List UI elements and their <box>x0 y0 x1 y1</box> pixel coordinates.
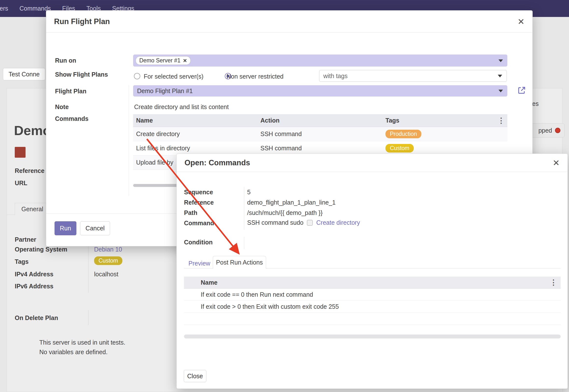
post-run-actions-table: Name ⋮ If exit code == 0 then Run next c… <box>184 277 561 325</box>
commands-modal-header: Open: Commands ✕ <box>177 154 568 172</box>
reference-label: Reference <box>15 167 44 174</box>
ipv4-label: IPv4 Address <box>15 271 53 278</box>
tab-general[interactable]: General <box>15 203 50 215</box>
close-icon[interactable]: ✕ <box>553 158 560 168</box>
command-link[interactable]: Create directory <box>316 219 360 226</box>
radio-selected-servers[interactable] <box>134 73 140 79</box>
horizontal-scrollbar[interactable] <box>184 335 561 338</box>
nav-item-servers[interactable]: vers <box>0 5 8 12</box>
tab-post-run-actions[interactable]: Post Run Actions <box>213 256 266 269</box>
run-on-label: Run on <box>55 57 76 64</box>
row-name: Create directory <box>133 130 260 138</box>
close-button[interactable]: Close <box>184 370 206 382</box>
note-value: Create directory and list its content <box>134 103 229 111</box>
tag-badge-custom: Custom <box>94 256 122 265</box>
condition-label: Condition <box>184 239 213 246</box>
on-delete-plan-label: On Delete Plan <box>15 314 58 322</box>
label-field-divider <box>129 85 129 196</box>
open-commands-modal: Open: Commands ✕ Sequence 5 Reference de… <box>176 154 568 389</box>
path-label: Path <box>184 209 197 216</box>
header-action: Action <box>260 117 385 124</box>
cancel-button[interactable]: Cancel <box>80 221 110 235</box>
reference-label: Reference <box>184 199 214 206</box>
run-button[interactable]: Run <box>55 221 76 235</box>
flight-plan-value: Demo Flight Plan #1 <box>133 87 193 95</box>
server-chip: Demo Server #1 ✕ <box>136 56 191 65</box>
kebab-menu-icon[interactable]: ⋮ <box>498 117 505 124</box>
os-value-link[interactable]: Debian 10 <box>94 246 122 253</box>
with-tags-select[interactable]: with tags <box>319 70 507 82</box>
chevron-down-icon[interactable] <box>498 59 503 62</box>
command-value: SSH command sudo <box>247 219 303 226</box>
radio-non-server-restricted-label: Non server restricted <box>227 73 284 80</box>
color-swatch[interactable] <box>15 147 26 158</box>
commands-table-header: Name Action Tags ⋮ <box>133 114 507 127</box>
close-icon[interactable]: ✕ <box>518 17 525 27</box>
kebab-menu-icon[interactable]: ⋮ <box>550 279 557 286</box>
run-modal-title: Run Flight Plan <box>54 17 110 26</box>
status-text: pped <box>538 127 552 134</box>
unit-test-note-1: This server is used in unit tests. <box>39 339 125 346</box>
label-field-divider <box>244 187 244 230</box>
ipv6-label: IPv6 Address <box>15 283 53 290</box>
with-tags-value: with tags <box>323 72 348 80</box>
tab-preview[interactable]: Preview <box>188 260 210 267</box>
row-action: SSH command <box>260 145 385 152</box>
commands-modal-title: Open: Commands <box>185 158 250 167</box>
unit-test-note-2: No variables are defined. <box>39 349 108 356</box>
url-label: URL <box>15 180 27 187</box>
path-value: /such/much/{{ demo_path }} <box>247 209 323 216</box>
chevron-down-icon[interactable] <box>498 90 503 92</box>
partner-label: Partner <box>15 236 36 243</box>
label-field-divider <box>244 237 244 249</box>
header-name: Name <box>201 279 217 286</box>
server-chip-label: Demo Server #1 <box>139 57 180 64</box>
run-modal-header: Run Flight Plan ✕ <box>46 11 532 33</box>
field-divider <box>88 310 88 325</box>
command-label: Command <box>184 220 214 227</box>
header-tags: Tags <box>385 117 507 124</box>
tag-badge-custom: Custom <box>385 144 414 153</box>
status-dot-icon <box>555 128 560 133</box>
external-link-icon[interactable] <box>517 86 526 95</box>
server-title: Demo <box>14 123 51 138</box>
radio-selected-servers-label: For selected server(s) <box>144 73 203 80</box>
ipv4-value: localhost <box>94 271 118 278</box>
commands-label: Commands <box>55 115 88 122</box>
row-action: SSH command <box>260 130 385 138</box>
row-name: List files in directory <box>133 145 260 152</box>
partial-text: es <box>532 100 539 107</box>
flight-plan-select[interactable]: Demo Flight Plan #1 <box>133 85 507 97</box>
sequence-value: 5 <box>247 189 251 196</box>
command-row: SSH command sudo Create directory <box>247 219 360 226</box>
run-on-field[interactable]: Demo Server #1 ✕ <box>133 55 507 67</box>
note-label: Note <box>55 103 69 111</box>
row-name: If exit code == 0 then Run next command <box>201 291 313 298</box>
test-connection-button[interactable]: Test Conne <box>3 68 45 80</box>
table-row[interactable]: If exit code == 0 then Run next command <box>184 289 561 301</box>
chevron-down-icon[interactable] <box>498 75 502 77</box>
tags-label: Tags <box>15 258 29 265</box>
os-label: Operating System <box>15 246 67 253</box>
flight-plan-label: Flight Plan <box>55 88 86 95</box>
tag-badge-production: Production <box>385 130 421 138</box>
table-row[interactable]: Create directory SSH command Production <box>133 127 507 141</box>
table-row[interactable]: If exit code > 0 then Exit with custom e… <box>184 301 561 313</box>
post-run-table-header: Name ⋮ <box>184 277 561 289</box>
header-name: Name <box>133 117 260 124</box>
remove-chip-icon[interactable]: ✕ <box>183 58 187 64</box>
row-name: If exit code > 0 then Exit with custom e… <box>201 303 339 310</box>
reference-value: demo_flight_plan_1_plan_line_1 <box>247 199 336 206</box>
sequence-label: Sequence <box>184 189 213 196</box>
show-flight-plans-label: Show Flight Plans <box>55 71 108 78</box>
sudo-checkbox[interactable] <box>307 220 313 226</box>
table-row-empty <box>184 313 561 325</box>
